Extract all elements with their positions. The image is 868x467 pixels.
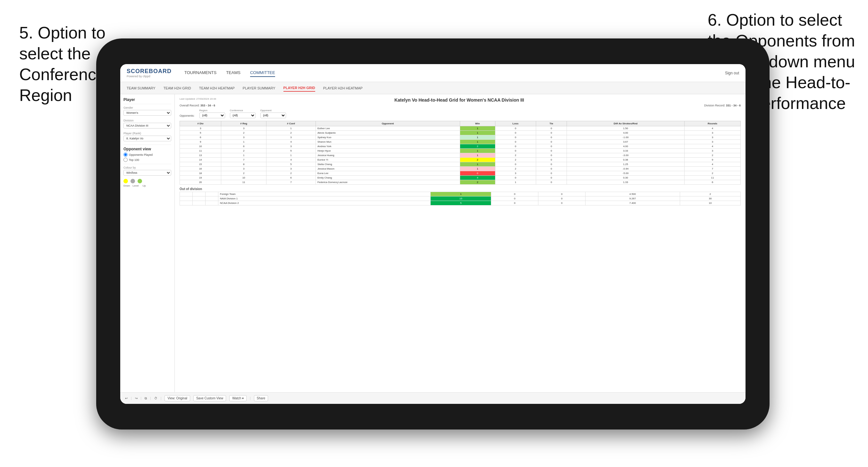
h2h-table: # Div # Reg # Conf Opponent Win Loss Tie… <box>180 121 741 185</box>
cell-rounds: 4 <box>684 126 740 131</box>
ood-cell-diff: 9.267 <box>585 196 680 201</box>
cell-diff: -0.94 <box>566 167 684 171</box>
cell-reg: 7 <box>221 158 267 162</box>
out-of-division-label: Out of division <box>180 187 741 191</box>
opponents-filter-label: Opponents: <box>180 114 195 118</box>
cell-div: 14 <box>180 158 221 162</box>
cell-reg: 3 <box>221 126 267 131</box>
sub-nav: TEAM SUMMARY TEAM H2H GRID TEAM H2H HEAT… <box>120 82 745 94</box>
cell-win: 1 <box>460 126 495 131</box>
grid-content: Last Updated: 27/03/2024 16:44 Katelyn V… <box>175 94 745 392</box>
toolbar-undo[interactable]: ↩ <box>125 397 128 400</box>
sign-out-link[interactable]: Sign out <box>725 71 739 75</box>
sidebar-gender-select[interactable]: Women's <box>123 110 171 116</box>
cell-opponent: Eunice Yi <box>315 158 460 162</box>
cell-rounds: 7 <box>684 167 740 171</box>
radio-opponents-played[interactable]: Opponents Played <box>123 153 171 157</box>
sub-nav-player-h2h-heatmap[interactable]: PLAYER H2H HEATMAP <box>323 85 363 91</box>
toolbar-sep2: | <box>141 397 142 400</box>
cell-reg: 6 <box>221 144 267 149</box>
sub-nav-player-summary[interactable]: PLAYER SUMMARY <box>243 85 275 91</box>
cell-div: 5 <box>180 131 221 135</box>
cell-win: 0 <box>460 171 495 176</box>
cell-rounds: 4 <box>684 144 740 149</box>
cell-conf: 7 <box>266 180 315 185</box>
sidebar-player-rank-label: Player (Rank) <box>123 132 171 135</box>
table-row: 11 2 5 Heejo Hyun 1 0 0 3.33 3 <box>180 149 741 153</box>
cell-loss: 0 <box>495 126 536 131</box>
cell-div: 18 <box>180 171 221 176</box>
nav-tournaments[interactable]: TOURNAMENTS <box>184 69 216 77</box>
dot-up <box>137 179 142 183</box>
col-conf: # Conf <box>266 121 315 126</box>
dot-label-level: Level <box>132 184 138 187</box>
sub-nav-team-summary[interactable]: TEAM SUMMARY <box>127 85 156 91</box>
cell-reg: 2 <box>221 149 267 153</box>
cell-conf: 1 <box>266 153 315 158</box>
toolbar-clock[interactable]: ⏱ <box>154 397 157 400</box>
toolbar-copy[interactable]: ⧉ <box>145 397 147 400</box>
cell-loss: 3 <box>495 171 536 176</box>
sidebar-gender-label: Gender <box>123 106 171 109</box>
logo-text: SCOREBOARD <box>127 68 172 75</box>
cell-tie: 0 <box>536 162 566 167</box>
cell-reg: 1 <box>221 140 267 144</box>
ood-cell-loss: 0 <box>491 192 538 196</box>
cell-div: 19 <box>180 176 221 180</box>
opponent-filter-select[interactable]: (All) <box>260 113 286 118</box>
toolbar-sep5: | <box>250 397 251 400</box>
sidebar-player-title: Player <box>123 97 171 102</box>
cell-reg: 8 <box>221 162 267 167</box>
watch-btn[interactable]: Watch ▾ <box>229 395 247 401</box>
nav-teams[interactable]: TEAMS <box>226 69 241 77</box>
sub-nav-player-h2h-grid[interactable]: PLAYER H2H GRID <box>283 85 315 92</box>
share-btn[interactable]: Share <box>254 395 268 401</box>
cell-conf: 4 <box>266 158 315 162</box>
cell-win: 1 <box>460 140 495 144</box>
sub-nav-team-h2h-grid[interactable]: TEAM H2H GRID <box>163 85 191 91</box>
cell-div: 15 <box>180 162 221 167</box>
region-filter-select[interactable]: (All) <box>199 113 225 118</box>
cell-div: 13 <box>180 153 221 158</box>
table-row: 15 8 5 Stella Cheng 1 0 0 1.25 4 <box>180 162 741 167</box>
cell-diff: 1.50 <box>566 126 684 131</box>
cell-tie: 0 <box>536 180 566 185</box>
cell-tie: 0 <box>536 126 566 131</box>
cell-opponent: Jessica Huang <box>315 153 460 158</box>
toolbar-sep3: | <box>150 397 151 400</box>
sidebar-colour-by-select[interactable]: Win/loss <box>123 170 171 176</box>
tablet-screen: SCOREBOARD Powered by clippd TOURNAMENTS… <box>120 64 745 404</box>
cell-opponent: Federica Domecq Lacroze <box>315 180 460 185</box>
cell-loss: 0 <box>495 176 536 180</box>
toolbar-sep1: | <box>131 397 132 400</box>
cell-rounds: 3 <box>684 131 740 135</box>
cell-reg: 3 <box>221 167 267 171</box>
sidebar-division-select[interactable]: NCAA Division III <box>123 123 171 128</box>
save-custom-btn[interactable]: Save Custom View <box>193 395 226 401</box>
ood-cell-tie: 0 <box>538 192 586 196</box>
colour-dots <box>123 179 171 183</box>
cell-diff: -1.00 <box>566 135 684 140</box>
ood-cell-rounds: 2 <box>680 192 740 196</box>
dot-level <box>130 179 135 183</box>
nav-committee[interactable]: COMMITTEE <box>250 69 275 77</box>
cell-diff: 3.67 <box>566 140 684 144</box>
table-row: 5 2 2 Alexis Sudjianto 1 0 0 4.00 3 <box>180 131 741 135</box>
col-div: # Div <box>180 121 221 126</box>
sidebar-radio-group: Opponents Played Top 100 <box>123 153 171 162</box>
cell-reg: 3 <box>221 135 267 140</box>
sub-nav-team-h2h-heatmap[interactable]: TEAM H2H HEATMAP <box>199 85 235 91</box>
view-original-btn[interactable]: View: Original <box>164 395 190 401</box>
cell-opponent: Alexis Sudjianto <box>315 131 460 135</box>
radio-top100[interactable]: Top 100 <box>123 158 171 162</box>
table-row: 9 1 4 Sharon Mun 1 0 0 3.67 3 <box>180 140 741 144</box>
conference-filter-select[interactable]: (All) <box>230 113 255 118</box>
ood-cell-diff: 7.400 <box>585 201 680 206</box>
cell-opponent: Jessica Mason <box>315 167 460 171</box>
tablet-frame: SCOREBOARD Powered by clippd TOURNAMENTS… <box>96 38 770 430</box>
out-of-division-table: Foreign Team 1 0 0 4.500 2 NAIA Division… <box>180 192 741 206</box>
toolbar-redo[interactable]: ↪ <box>135 397 137 400</box>
cell-conf: 3 <box>266 167 315 171</box>
logo-area: SCOREBOARD Powered by clippd <box>127 68 172 78</box>
sidebar-player-rank-select[interactable]: 8. Katelyn Vo <box>123 135 171 142</box>
